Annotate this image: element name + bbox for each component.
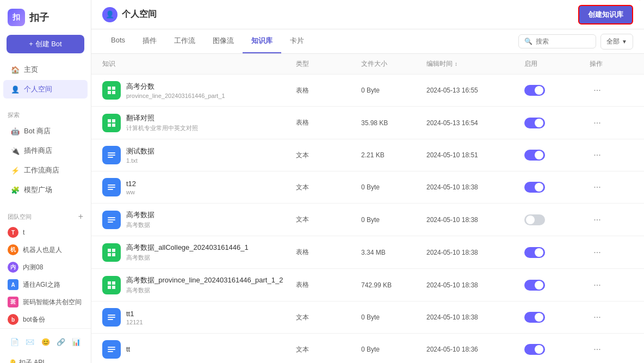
sidebar-item-bot-store[interactable]: 🤖 Bot 商店 — [3, 122, 88, 140]
sidebar-item-team-t[interactable]: T t — [0, 224, 91, 241]
toggle-3[interactable] — [524, 150, 545, 161]
kb-icon-2 — [102, 114, 121, 132]
tab-workflows[interactable]: 工作流 — [165, 29, 204, 53]
team-avatar-backup: b — [8, 314, 18, 325]
toggle-4[interactable] — [524, 182, 545, 193]
svg-rect-14 — [108, 217, 115, 218]
toggle-6[interactable] — [524, 247, 545, 258]
tabs-right-controls: 🔍 全部 ▼ — [518, 34, 633, 50]
cell-edit-time-2: 2024-05-13 16:54 — [426, 119, 524, 127]
kb-name-1: 高考分数 — [126, 82, 225, 91]
toggle-1[interactable] — [524, 85, 545, 96]
cell-enabled-4 — [524, 182, 590, 193]
sidebar-item-team-spot[interactable]: 斑 斑码智能体共创空间 — [0, 293, 91, 311]
sidebar-item-plugin-store[interactable]: 🔌 插件商店 — [3, 141, 88, 160]
more-button-4[interactable]: ··· — [590, 180, 605, 195]
search-input[interactable] — [536, 38, 590, 45]
team-avatar-robot: 机 — [8, 244, 18, 255]
create-knowledge-base-button[interactable]: 创建知识库 ➜ — [578, 5, 633, 24]
logo-text: 扣子 — [29, 11, 49, 24]
sidebar-item-team-agi[interactable]: A 通往AGI之路 — [0, 276, 91, 293]
home-icon: 🏠 — [11, 66, 20, 74]
sidebar-bottom: 📄 ✉️ 😊 🔗 📊 🔑 扣子 API S shopeeai @ 用户22928… — [0, 328, 91, 363]
tab-bots[interactable]: Bots — [102, 29, 134, 53]
cell-type-4: 文本 — [296, 183, 361, 192]
workflow-store-icon: ⚡ — [11, 167, 20, 175]
sidebar-item-team-backup[interactable]: b bot备份 — [0, 311, 91, 328]
cell-enabled-6 — [524, 247, 590, 258]
th-enabled: 启用 — [524, 59, 590, 69]
bottom-icon-emoji[interactable]: 😊 — [38, 334, 52, 349]
cell-size-3: 2.21 KB — [361, 151, 426, 159]
more-button-7[interactable]: ··· — [590, 278, 605, 293]
toggle-8[interactable] — [524, 312, 545, 323]
tab-plugins[interactable]: 插件 — [134, 29, 165, 53]
tab-images[interactable]: 图像流 — [204, 29, 243, 53]
more-button-5[interactable]: ··· — [590, 212, 605, 227]
table-row: 翻译对照 计算机专业常用中英文对照 表格 35.98 KB 2024-05-13… — [91, 107, 644, 139]
svg-rect-26 — [108, 317, 115, 318]
team-avatar-internal: 内 — [8, 262, 18, 273]
cell-knowledge-3: 测试数据 1.txt — [102, 146, 296, 164]
cell-actions-1: ··· — [590, 83, 633, 98]
cell-size-2: 35.98 KB — [361, 119, 426, 127]
main-header: 👤 个人空间 创建知识库 ➜ — [91, 0, 644, 29]
svg-rect-17 — [108, 249, 111, 252]
more-button-2[interactable]: ··· — [590, 115, 605, 131]
svg-rect-0 — [108, 87, 111, 90]
bottom-icon-mail[interactable]: ✉️ — [23, 334, 37, 349]
bottom-icon-share[interactable]: 🔗 — [54, 334, 68, 349]
tab-cards[interactable]: 卡片 — [281, 29, 313, 53]
cell-edit-time-6: 2024-05-10 18:38 — [426, 249, 524, 256]
cell-edit-time-5: 2024-05-10 18:38 — [426, 216, 524, 224]
add-team-icon[interactable]: + — [78, 212, 83, 222]
cell-size-5: 0 Byte — [361, 216, 426, 224]
bottom-icon-doc[interactable]: 📄 — [8, 334, 22, 349]
table-row: tt1 12121 文本 0 Byte 2024-05-10 18:38 ··· — [91, 302, 644, 334]
more-button-8[interactable]: ··· — [590, 310, 605, 325]
toggle-5[interactable] — [524, 214, 545, 225]
table-row: 高考数据_province_line_202403161446_part_1_2… — [91, 269, 644, 302]
more-button-3[interactable]: ··· — [590, 147, 605, 163]
sidebar-item-model-plaza[interactable]: 🧩 模型广场 — [3, 181, 88, 199]
cell-enabled-2 — [524, 118, 590, 128]
cell-size-9: 0 Byte — [361, 346, 426, 353]
sidebar-api-link[interactable]: 🔑 扣子 API — [0, 355, 91, 363]
header-left: 👤 个人空间 — [102, 7, 157, 22]
kb-icon-8 — [102, 308, 121, 327]
more-button-1[interactable]: ··· — [590, 83, 605, 98]
toggle-9[interactable] — [524, 344, 545, 355]
sidebar-item-team-internal[interactable]: 内 内测08 — [0, 259, 91, 276]
table-row: 高考分数 province_line_202403161446_part_1 表… — [91, 75, 644, 107]
svg-rect-5 — [112, 119, 115, 122]
sidebar-item-personal[interactable]: 👤 个人空间 — [3, 80, 88, 99]
tab-knowledge[interactable]: 知识库 — [243, 29, 281, 53]
toggle-7[interactable] — [524, 280, 545, 291]
more-button-9[interactable]: ··· — [590, 342, 605, 357]
filter-select[interactable]: 全部 ▼ — [600, 34, 633, 50]
personal-icon: 👤 — [11, 85, 20, 94]
cell-edit-time-1: 2024-05-13 16:55 — [426, 87, 524, 94]
cell-enabled-7 — [524, 280, 590, 291]
search-box[interactable]: 🔍 — [518, 34, 596, 48]
sidebar-item-workflow-store[interactable]: ⚡ 工作流商店 — [3, 161, 88, 180]
toggle-2[interactable] — [524, 118, 545, 128]
cell-actions-2: ··· — [590, 115, 633, 131]
create-bot-button[interactable]: + 创建 Bot — [7, 35, 84, 53]
th-edit-time[interactable]: 编辑时间 ↕ — [426, 59, 524, 69]
team-avatar-t: T — [8, 227, 18, 238]
cell-knowledge-6: 高考数据_allCollege_202403161446_1 高考数据 — [102, 243, 296, 262]
cell-type-9: 文本 — [296, 345, 361, 354]
more-button-6[interactable]: ··· — [590, 245, 605, 260]
bottom-icon-chart[interactable]: 📊 — [69, 334, 83, 349]
svg-rect-25 — [108, 315, 115, 316]
table-body: 高考分数 province_line_202403161446_part_1 表… — [91, 75, 644, 363]
cell-actions-3: ··· — [590, 147, 633, 163]
sidebar-item-home[interactable]: 🏠 主页 — [3, 60, 88, 79]
sidebar-item-team-robot[interactable]: 机 机器人也是人 — [0, 241, 91, 259]
svg-rect-20 — [112, 253, 115, 256]
cell-type-7: 表格 — [296, 280, 361, 290]
table-row: 测试数据 1.txt 文本 2.21 KB 2024-05-10 18:51 ·… — [91, 139, 644, 171]
svg-rect-18 — [112, 249, 115, 252]
svg-rect-4 — [108, 119, 111, 122]
